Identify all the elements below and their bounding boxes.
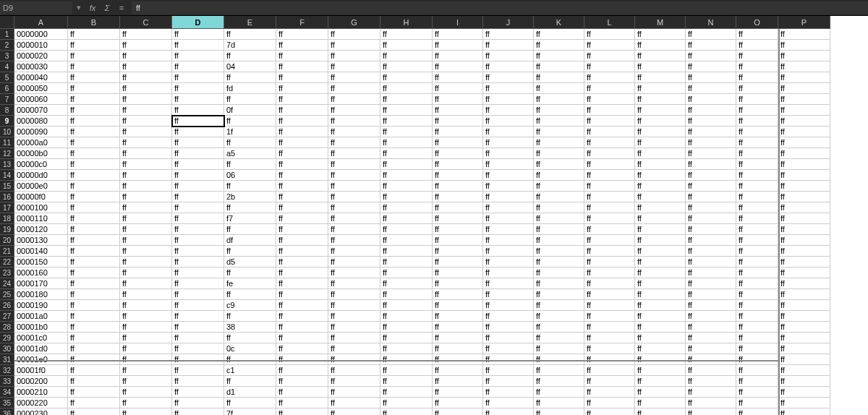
cell-L12[interactable]: ff (584, 148, 635, 159)
cell-O6[interactable]: ff (736, 83, 778, 94)
cell-B25[interactable]: ff (68, 289, 120, 300)
cell-L34[interactable]: ff (584, 387, 635, 398)
cell-L27[interactable]: ff (584, 311, 635, 322)
row-header-2[interactable]: 2 (0, 40, 14, 51)
cell-L10[interactable]: ff (584, 127, 635, 137)
cell-B13[interactable]: ff (68, 159, 120, 170)
cell-O21[interactable]: ff (736, 246, 778, 257)
row-header-31[interactable]: 31 (0, 354, 14, 365)
cell-H10[interactable]: ff (380, 127, 433, 137)
cell-J7[interactable]: ff (483, 94, 534, 105)
cell-D34[interactable]: ff (172, 387, 224, 398)
column-header-M[interactable]: M (635, 16, 686, 29)
cell-N11[interactable]: ff (686, 137, 736, 148)
cell-H13[interactable]: ff (380, 159, 433, 170)
row-header-9[interactable]: 9 (0, 116, 14, 127)
cell-A22[interactable]: 0000150 (14, 257, 68, 268)
cell-E27[interactable]: ff (224, 311, 276, 322)
cell-H32[interactable]: ff (380, 365, 433, 376)
cell-M36[interactable]: ff (635, 408, 686, 415)
cell-J12[interactable]: ff (483, 148, 534, 159)
cell-F25[interactable]: ff (276, 289, 328, 300)
cell-P15[interactable]: ff (778, 181, 830, 192)
cell-P36[interactable]: ff (778, 408, 830, 415)
row-header-16[interactable]: 16 (0, 192, 14, 202)
cell-D3[interactable]: ff (172, 51, 224, 61)
cell-C28[interactable]: ff (120, 322, 172, 333)
cell-H5[interactable]: ff (380, 72, 433, 83)
cell-G35[interactable]: ff (328, 398, 380, 408)
cell-D15[interactable]: ff (172, 181, 224, 192)
row-header-36[interactable]: 36 (0, 408, 14, 415)
cell-B18[interactable]: ff (68, 213, 120, 224)
cell-H34[interactable]: ff (380, 387, 433, 398)
cell-C6[interactable]: ff (120, 83, 172, 94)
cell-N20[interactable]: ff (686, 235, 736, 246)
cell-O23[interactable]: ff (736, 268, 778, 278)
cell-F33[interactable]: ff (276, 376, 328, 387)
cell-O29[interactable]: ff (736, 333, 778, 343)
cell-G9[interactable]: ff (328, 116, 380, 127)
cell-I26[interactable]: ff (433, 300, 483, 311)
cell-L20[interactable]: ff (584, 235, 635, 246)
cell-P30[interactable]: ff (778, 343, 830, 354)
cell-F11[interactable]: ff (276, 137, 328, 148)
cell-N4[interactable]: ff (686, 61, 736, 72)
cell-H23[interactable]: ff (380, 268, 433, 278)
cell-A26[interactable]: 0000190 (14, 300, 68, 311)
cell-L24[interactable]: ff (584, 278, 635, 289)
cell-C12[interactable]: ff (120, 148, 172, 159)
cell-M33[interactable]: ff (635, 376, 686, 387)
cell-N27[interactable]: ff (686, 311, 736, 322)
cell-K10[interactable]: ff (534, 127, 584, 137)
cell-K19[interactable]: ff (534, 224, 584, 235)
cell-G7[interactable]: ff (328, 94, 380, 105)
cell-E20[interactable]: df (224, 235, 276, 246)
cell-I33[interactable]: ff (433, 376, 483, 387)
cell-M18[interactable]: ff (635, 213, 686, 224)
cell-N6[interactable]: ff (686, 83, 736, 94)
cell-B27[interactable]: ff (68, 311, 120, 322)
cell-H14[interactable]: ff (380, 170, 433, 181)
row-header-10[interactable]: 10 (0, 127, 14, 137)
cell-H4[interactable]: ff (380, 61, 433, 72)
cell-E14[interactable]: 06 (224, 170, 276, 181)
cell-I13[interactable]: ff (433, 159, 483, 170)
cell-J30[interactable]: ff (483, 343, 534, 354)
cell-B34[interactable]: ff (68, 387, 120, 398)
cell-E5[interactable]: ff (224, 72, 276, 83)
cell-J27[interactable]: ff (483, 311, 534, 322)
cell-M13[interactable]: ff (635, 159, 686, 170)
cell-F19[interactable]: ff (276, 224, 328, 235)
cell-H12[interactable]: ff (380, 148, 433, 159)
cell-P19[interactable]: ff (778, 224, 830, 235)
cell-H26[interactable]: ff (380, 300, 433, 311)
cell-G15[interactable]: ff (328, 181, 380, 192)
cell-F6[interactable]: ff (276, 83, 328, 94)
row-header-11[interactable]: 11 (0, 137, 14, 148)
cell-L28[interactable]: ff (584, 322, 635, 333)
row-header-6[interactable]: 6 (0, 83, 14, 94)
cell-H27[interactable]: ff (380, 311, 433, 322)
cell-E21[interactable]: ff (224, 246, 276, 257)
cell-M10[interactable]: ff (635, 127, 686, 137)
cell-K11[interactable]: ff (534, 137, 584, 148)
cell-G13[interactable]: ff (328, 159, 380, 170)
cell-I11[interactable]: ff (433, 137, 483, 148)
cell-D36[interactable]: ff (172, 408, 224, 415)
cell-G36[interactable]: ff (328, 408, 380, 415)
cell-E6[interactable]: fd (224, 83, 276, 94)
cell-J8[interactable]: ff (483, 105, 534, 116)
cell-C20[interactable]: ff (120, 235, 172, 246)
cell-B19[interactable]: ff (68, 224, 120, 235)
cell-G34[interactable]: ff (328, 387, 380, 398)
cell-I10[interactable]: ff (433, 127, 483, 137)
cell-P32[interactable]: ff (778, 365, 830, 376)
cell-B26[interactable]: ff (68, 300, 120, 311)
cell-J19[interactable]: ff (483, 224, 534, 235)
cell-E16[interactable]: 2b (224, 192, 276, 202)
cell-P28[interactable]: ff (778, 322, 830, 333)
cell-A16[interactable]: 00000f0 (14, 192, 68, 202)
cell-F9[interactable]: ff (276, 116, 328, 127)
cell-F15[interactable]: ff (276, 181, 328, 192)
